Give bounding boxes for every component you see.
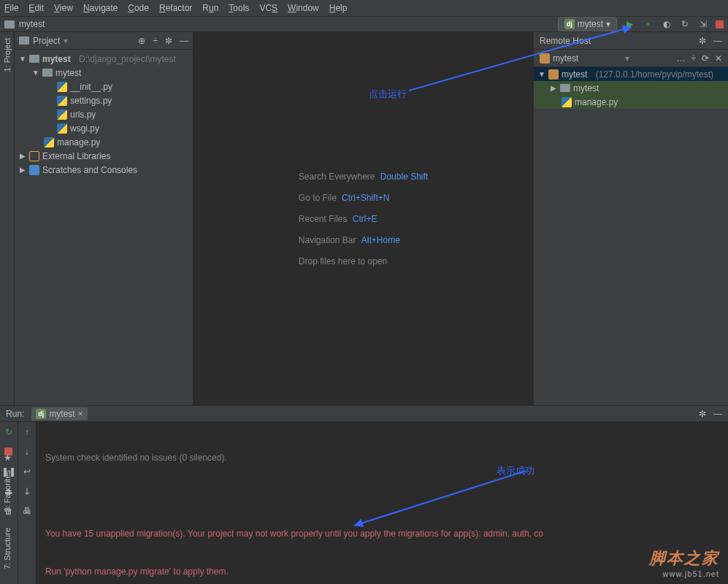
server-icon	[540, 53, 550, 64]
menu-vcs[interactable]: VCS	[259, 3, 277, 13]
up-icon[interactable]: ↑	[21, 426, 32, 437]
panel-title: Project	[33, 36, 60, 46]
gear-icon[interactable]: ✼	[165, 36, 172, 46]
profile-button[interactable]: ↻	[679, 19, 690, 30]
minimize-icon[interactable]: —	[713, 409, 722, 419]
project-tree[interactable]: ▼mytest D:\django_project\mytest ▼mytest…	[15, 50, 193, 405]
minimize-icon[interactable]: —	[713, 36, 722, 46]
print-icon[interactable]: 🖶	[21, 505, 32, 516]
menu-file[interactable]: File	[4, 3, 18, 13]
menu-help[interactable]: Help	[329, 3, 348, 13]
run-output[interactable]: System check identified no issues (0 sil…	[37, 422, 728, 584]
python-file-icon	[57, 123, 67, 134]
python-file-icon	[57, 110, 67, 120]
refresh-icon[interactable]: ⟳	[702, 53, 709, 64]
close-icon[interactable]: ✕	[715, 53, 722, 64]
menu-edit[interactable]: Edit	[28, 3, 44, 13]
rerun-icon[interactable]: ↻	[3, 426, 14, 437]
debug-button[interactable]: ⌖	[643, 19, 654, 30]
collapse-icon[interactable]: ÷	[691, 53, 696, 64]
locate-icon[interactable]: ⊕	[138, 36, 145, 46]
nav-bar: mytest dj mytest ▾ ▶ ⌖ ◐ ↻ ⇲	[0, 16, 728, 32]
chevron-down-icon: ▾	[606, 19, 610, 29]
python-file-icon	[44, 137, 54, 147]
menu-code[interactable]: Code	[128, 3, 149, 13]
gear-icon[interactable]: ✼	[699, 36, 706, 46]
gutter-project[interactable]: 1: Project	[3, 35, 12, 74]
folder-icon	[19, 36, 29, 45]
django-icon: dj	[36, 409, 46, 419]
close-icon[interactable]: ×	[78, 409, 83, 419]
left-tool-gutter: 1: Project	[0, 32, 15, 405]
editor-area[interactable]: Search Everywhere Double Shift Go to Fil…	[194, 32, 533, 405]
gutter-favorites[interactable]: 2: Favorites	[3, 467, 12, 515]
remote-title: Remote Host	[540, 36, 591, 46]
scroll-icon[interactable]: ⤓	[21, 485, 32, 496]
remote-tree[interactable]: ▼mytest (127.0.0.1/home/pyvip/mytest) ▶m…	[534, 67, 728, 405]
watermark: 脚本之家 www.jb51.net	[649, 548, 719, 578]
more-icon[interactable]: …	[676, 53, 685, 64]
folder-icon	[4, 20, 15, 28]
breadcrumb[interactable]: mytest	[19, 19, 45, 29]
remote-host-panel: Remote Host ✼ — mytest ▾ … ÷ ⟳ ✕ ▼mytest…	[533, 32, 728, 405]
library-icon	[29, 151, 39, 161]
menu-bar: File Edit View Navigate Code Refactor Ru…	[0, 0, 728, 16]
menu-tools[interactable]: Tools	[229, 3, 249, 13]
down-icon[interactable]: ↓	[21, 446, 32, 457]
python-file-icon	[57, 96, 67, 106]
menu-window[interactable]: Window	[288, 3, 319, 13]
minimize-icon[interactable]: —	[180, 36, 188, 46]
project-panel: Project ▾ ⊕ ÷ ✼ — ▼mytest D:\django_proj…	[15, 32, 194, 405]
gutter-structure[interactable]: 7: Structure	[3, 525, 12, 572]
editor-hints: Search Everywhere Double Shift Go to Fil…	[299, 161, 428, 277]
menu-run[interactable]: Run	[202, 3, 218, 13]
wrap-icon[interactable]: ↩	[21, 466, 32, 477]
collapse-icon[interactable]: ÷	[153, 36, 158, 46]
python-file-icon	[57, 82, 67, 92]
run-label: Run:	[6, 409, 24, 419]
run-button[interactable]: ▶	[624, 19, 635, 30]
attach-button[interactable]: ⇲	[697, 19, 708, 30]
run-config-selector[interactable]: dj mytest ▾	[558, 17, 617, 31]
run-panel: Run: dj mytest × ✼ — ↻ ❚❚ ⏏ 🗑 ↑ ↓ ↩	[0, 405, 728, 584]
stop-button[interactable]	[716, 20, 724, 28]
scratch-icon	[29, 165, 39, 175]
gear-icon[interactable]: ✼	[699, 409, 706, 419]
menu-navigate[interactable]: Navigate	[83, 3, 118, 13]
menu-refactor[interactable]: Refactor	[159, 3, 192, 13]
coverage-button[interactable]: ◐	[661, 19, 672, 30]
run-tab[interactable]: dj mytest ×	[31, 407, 87, 420]
menu-view[interactable]: View	[54, 3, 73, 13]
django-icon: dj	[564, 19, 575, 29]
